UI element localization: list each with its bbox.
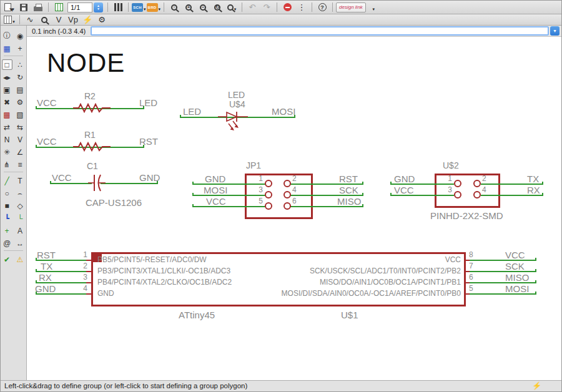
net-label[interactable]: VCC [52,172,72,183]
tool-attribute[interactable]: @ [2,238,12,248]
tool-move[interactable]: ∴ [15,59,26,70]
net-label[interactable]: RX [527,185,540,195]
wire-c1-right[interactable] [101,183,158,184]
sheet-selector-stepper[interactable]: ▲▼ [94,2,103,12]
pin-pad[interactable] [454,191,461,198]
tool-dimension[interactable]: ↔ [15,238,26,248]
zoom-redraw-button[interactable]: ↻ [210,2,224,13]
pin-pad[interactable] [265,180,272,187]
net-label[interactable]: LED [139,97,157,108]
tool-mirror[interactable]: ◂▸ [2,72,12,82]
grid-settings-button[interactable]: ▾ [2,14,16,26]
net-label[interactable]: GND [139,172,160,183]
simulate-button[interactable]: ∿ [23,14,37,26]
pin-pad[interactable] [265,191,272,198]
tool-display[interactable]: ▦ [2,43,12,54]
pin-pad[interactable] [454,180,461,187]
tool-gateswap[interactable]: ⇆ [15,122,26,132]
wire-c1-left[interactable] [51,183,92,184]
value-u2[interactable]: PINHD-2X2-SMD [430,210,503,221]
tool-show[interactable]: ◉ [15,31,26,41]
pin-pad[interactable] [473,180,481,187]
pin-pad[interactable] [265,202,272,210]
vp-probe-button[interactable]: Vp [66,14,80,26]
tool-errors[interactable]: ⚠ [15,254,26,265]
tool-group[interactable]: □ [2,59,12,70]
resistor-symbol-r1[interactable] [73,142,111,152]
net-label[interactable]: MISO [337,196,361,207]
net-label[interactable]: TX [41,261,52,272]
refdes-u2[interactable]: U$2 [443,160,459,170]
tool-bus[interactable]: ┗ [2,213,12,223]
net-label[interactable]: VCC [505,250,525,260]
design-link-dropdown[interactable]: ▾ [367,2,380,13]
refdes-u4[interactable]: U$4 [229,99,245,109]
probe-button[interactable] [37,14,51,26]
net-label[interactable]: GND [35,283,56,294]
zoom-select-button[interactable]: ▾ [225,2,239,13]
net-label[interactable]: GND [394,174,415,184]
tool-mark[interactable]: + [15,43,26,54]
library-button[interactable] [111,2,125,13]
zoom-fit-button[interactable]: ▫ [167,2,181,13]
tool-add-part[interactable]: ▧ [15,109,26,120]
wire[interactable] [193,206,265,207]
tool-name[interactable]: N [2,134,12,145]
board-button[interactable]: BRD▾ [147,2,161,13]
net-label[interactable]: MOSI [505,283,529,294]
refdes-jp1[interactable]: JP1 [246,160,261,170]
zoom-in-button[interactable]: + [182,2,195,13]
value-u1[interactable]: ATtiny45 [179,310,215,320]
redo-button[interactable]: ↷ [260,2,274,13]
pin-pad[interactable] [283,180,291,187]
net-label[interactable]: SCK [505,261,525,272]
command-input[interactable] [91,26,549,36]
refdes-u1[interactable]: U$1 [341,310,358,320]
net-label[interactable]: VCC [394,185,414,195]
resistor-symbol-r2[interactable] [73,103,111,113]
schematic-title[interactable]: NODE [47,48,125,78]
tool-replace[interactable]: ▩ [2,109,12,120]
pin-pad[interactable] [283,202,291,210]
sheet-selector-value[interactable]: 1/1 [67,2,92,12]
open-button[interactable]: ▾ [2,2,16,13]
stop-button[interactable] [280,2,294,13]
tool-value[interactable]: V [15,134,26,145]
net-label[interactable]: RST [37,250,56,260]
net-label[interactable]: RST [339,174,358,184]
save-button[interactable] [17,2,31,13]
value-led[interactable]: LED [228,90,245,100]
tool-arc[interactable]: ⌢ [15,188,26,198]
tool-invoke[interactable]: ≡ [15,159,26,170]
tool-circle[interactable]: ○ [2,188,12,198]
tool-rect[interactable]: ■ [2,200,12,211]
command-history-dropdown[interactable]: ▾ [550,26,560,36]
net-label[interactable]: MOSI [272,106,295,117]
net-label[interactable]: VCC [37,97,57,108]
net-label[interactable]: RST [139,136,158,147]
tool-wire[interactable]: ╱ [2,175,12,186]
tool-rotate[interactable]: ↻ [15,72,26,82]
net-label[interactable]: LED [183,106,201,117]
led-symbol-u4[interactable] [218,111,248,135]
tool-erc[interactable]: ✔ [2,254,12,265]
tool-junction[interactable]: + [2,225,12,236]
sheet-thumbnails-button[interactable] [52,2,66,13]
refdes-r2[interactable]: R2 [84,91,96,101]
refdes-r1[interactable]: R1 [84,130,96,140]
tool-polygon[interactable]: ◇ [15,200,26,211]
net-label[interactable]: GND [205,174,225,184]
net-label[interactable]: MOSI [204,185,227,195]
tool-pinswap[interactable]: ⇄ [2,122,12,132]
tool-copy[interactable]: ▣ [2,84,12,95]
tool-delete[interactable]: ✖ [2,97,12,107]
schematic-button[interactable]: SCH▾ [132,2,146,13]
sheet-selector[interactable]: 1/1 ▲▼ [67,2,103,12]
tool-miter[interactable]: ∠ [15,147,26,157]
undo-button[interactable]: ↶ [245,2,259,13]
help-button[interactable]: ? [315,2,329,13]
value-c1[interactable]: CAP-US1206 [86,197,142,208]
net-label[interactable]: RX [39,272,52,283]
wire[interactable] [466,260,536,261]
refdes-c1[interactable]: C1 [87,161,98,171]
